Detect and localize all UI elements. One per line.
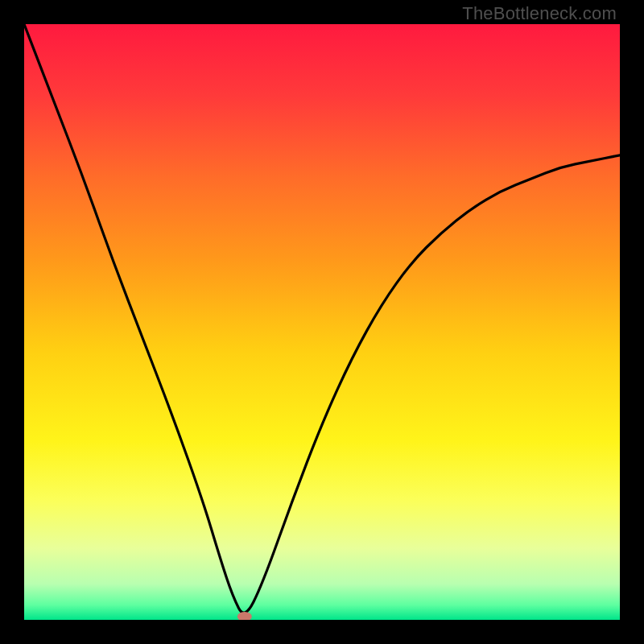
watermark-text: TheBottleneck.com	[462, 3, 617, 24]
gradient-background	[24, 24, 620, 620]
chart-frame	[24, 24, 620, 620]
bottleneck-chart	[24, 24, 620, 620]
